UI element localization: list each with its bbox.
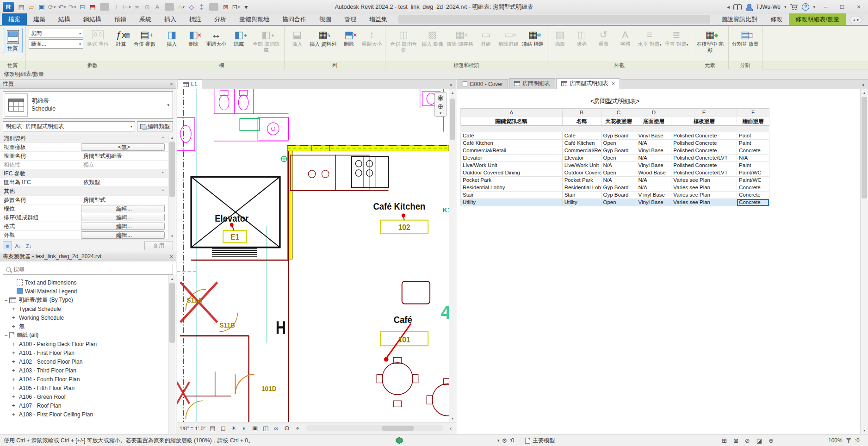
tree-expander[interactable]: − [3, 332, 9, 339]
properties-button[interactable]: 性質 [3, 28, 23, 53]
cell-ceiling-finish[interactable]: N/A [601, 177, 637, 184]
cell-name[interactable]: Commercial/Retail [563, 147, 601, 154]
cell-ceiling-finish[interactable]: Open [601, 169, 637, 176]
parameter-combo[interactable]: 牆面... ▾ [29, 39, 83, 49]
cell-wall-finish[interactable]: Paint [737, 132, 769, 139]
ribbon-collapse-toggle[interactable]: ▴ ▾ [849, 17, 862, 23]
cell-name[interactable]: Utility [563, 199, 601, 206]
cell-name[interactable]: Elevator [563, 155, 601, 161]
temporary-view-properties-icon[interactable]: ⌖ [294, 425, 301, 432]
column-letter[interactable]: C [601, 109, 637, 117]
freeze-header-button[interactable]: ▦✻ 凍結 標題 [521, 27, 545, 48]
property-value[interactable]: 編輯... [81, 214, 165, 221]
resize-column-button[interactable]: ↔ 重調大小 [205, 27, 228, 48]
properties-scrollbar[interactable]: ▴ ▾ [168, 134, 176, 240]
property-row[interactable]: 識別資料 ⌃ [0, 134, 176, 143]
qat-button[interactable] [165, 3, 174, 11]
tree-expander[interactable]: + [10, 411, 17, 418]
maximize-button[interactable]: □ [836, 2, 849, 12]
ribbon-tab[interactable]: 管理 [338, 13, 363, 25]
delete-row-button[interactable]: ⬒✕ 刪除 [338, 27, 360, 48]
tree-expander[interactable]: + [10, 403, 17, 409]
tree-item[interactable]: + A108 - First Floor Ceiling Plan [0, 410, 176, 419]
property-value[interactable]: 依類型 [81, 179, 166, 186]
cell-key-name[interactable]: Elevator [461, 155, 563, 161]
ribbon-tab[interactable]: 建築 [27, 13, 52, 25]
tree-expander[interactable]: + [10, 385, 17, 391]
section-collapse-icon[interactable]: ⌃ [161, 171, 165, 176]
merge-unmerge-button[interactable]: ◫ 合併 取消合併 [387, 27, 420, 54]
ribbon-tab[interactable]: 插入 [158, 13, 183, 25]
cell-wall-finish[interactable]: Paint/WC [737, 169, 769, 176]
cell-key-name[interactable]: Pocket Park [461, 177, 563, 184]
background-processes-icon[interactable] [396, 437, 403, 444]
cell-name[interactable]: Café [563, 132, 601, 139]
crop-region-visibility-icon[interactable]: ◫ [262, 425, 269, 432]
tree-item[interactable]: − 圖紙 (all) [0, 331, 176, 340]
property-value[interactable]: 獨立 [81, 161, 166, 169]
view-tab[interactable]: G000 - Cover × [458, 80, 508, 89]
help-icon[interactable]: ? [802, 3, 809, 11]
edit-type-button[interactable]: 編輯類型 [137, 121, 173, 131]
qat-button[interactable] [100, 3, 109, 11]
qat-button[interactable]: ▱ [27, 2, 36, 12]
tree-item[interactable]: + A107 - Roof Plan [0, 401, 176, 410]
section-collapse-icon[interactable]: ⌃ [161, 189, 165, 194]
tree-item[interactable]: Wall Material Legend [0, 287, 176, 296]
section-collapse-icon[interactable]: ⌃ [161, 136, 165, 141]
tree-item[interactable]: + Working Schedule [0, 313, 176, 322]
ribbon-tab[interactable]: 修改明細表/數量 [789, 13, 846, 25]
tree-expander[interactable]: + [10, 376, 17, 383]
cell-name[interactable]: Café Kitchen [563, 140, 601, 147]
tree-item[interactable]: Text and Dimensions [0, 278, 176, 287]
cell-name[interactable]: Stair [563, 192, 601, 198]
browser-search[interactable] [3, 264, 173, 275]
user-dropdown-icon[interactable]: ▾ [784, 5, 787, 9]
split-and-place-button[interactable]: ▤▢ 分割並 放置 [731, 27, 760, 48]
column-header[interactable]: 關鍵資訊名稱 [461, 117, 563, 126]
cell-floor-finish[interactable]: Polished Concrete/LVT [671, 169, 737, 176]
property-row[interactable]: 欄位 編輯... ⌃ [0, 204, 176, 213]
format-unit-button[interactable]: 0.0 格式 單位 [86, 27, 110, 48]
cell-ceiling-finish[interactable]: Gyp Board [601, 184, 637, 191]
cell-key-name[interactable]: Outdoor Covered Dining [461, 169, 563, 176]
borders-button[interactable]: ◫ 邊界 [571, 27, 592, 48]
steering-wheel-icon[interactable]: ◉ [437, 93, 443, 101]
active-model-label[interactable]: 主要模型 [533, 437, 555, 445]
filter-icon[interactable] [846, 438, 851, 443]
app-store-cart-icon[interactable] [790, 4, 798, 11]
cell-floor-finish[interactable]: Varies see Plan [671, 192, 737, 198]
browser-scrollbar[interactable]: ▴ [168, 275, 176, 434]
column-letter[interactable]: F [737, 109, 769, 117]
delete-column-button[interactable]: ◧✕ 刪除 [183, 27, 204, 48]
property-row[interactable]: IFC 參數 ⌃ [0, 169, 176, 178]
cell-base-finish[interactable]: N/A [636, 155, 671, 161]
ribbon-tab[interactable]: 檔案 [2, 13, 27, 25]
view-tab-l1[interactable]: L1 [178, 80, 202, 89]
tree-expander[interactable]: + [10, 394, 17, 400]
property-row[interactable]: 外觀 編輯... ⌃ [0, 231, 176, 240]
view-tab[interactable]: 房間型式明細表 × [556, 78, 620, 89]
select-by-face-toggle-icon[interactable]: ◪ [756, 437, 762, 444]
signed-in-user[interactable]: TJWu-We [756, 4, 781, 10]
tree-item[interactable]: + 無 [0, 322, 176, 331]
ungroup-button[interactable]: ▭✕ 解除群組 [497, 27, 520, 48]
back-chevron-icon[interactable]: ◂ [727, 4, 730, 10]
cell-wall-finish[interactable]: Concrete [737, 199, 769, 206]
search-binoculars-icon[interactable] [733, 4, 742, 10]
search-input[interactable] [13, 266, 170, 273]
cell-ceiling-finish[interactable]: N/A [601, 162, 637, 169]
close-icon[interactable]: × [170, 254, 173, 260]
property-row[interactable]: 相依性 獨立 ⌃ [0, 161, 176, 169]
unhide-all-button[interactable]: ◧● 全部 取消隱藏 [250, 27, 282, 54]
qat-button[interactable]: ≍ [132, 2, 142, 12]
cell-base-finish[interactable]: N/A [636, 140, 671, 147]
drag-on-selection-toggle-icon[interactable]: ⊕ [769, 437, 774, 444]
element-selector-combo[interactable]: 明細表: 房間型式明細表 ▾ [3, 121, 135, 131]
cell-key-name[interactable]: Live/Work Unit [461, 162, 563, 169]
insert-column-button[interactable]: ◨ 插入 [161, 27, 182, 48]
cell-key-name[interactable]: Stair [461, 192, 563, 198]
tree-expander[interactable]: + [10, 315, 17, 321]
column-letter[interactable]: A [461, 109, 563, 117]
cell-key-name[interactable]: Residential Lobby [461, 184, 563, 191]
